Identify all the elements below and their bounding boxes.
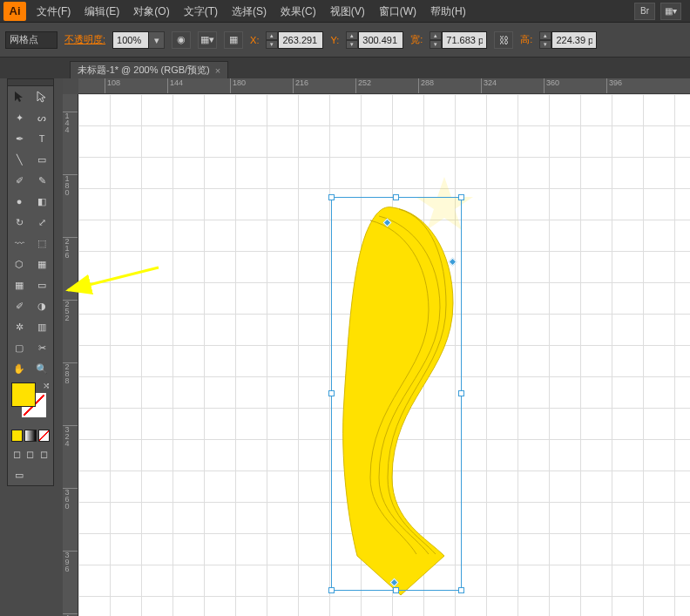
- menu-edit[interactable]: 编辑(E): [78, 0, 126, 23]
- eyedropper-tool[interactable]: ✐: [8, 295, 30, 316]
- pencil-tool[interactable]: ✎: [30, 170, 53, 191]
- canvas-area: 108 144 180 216 252 288 324 360 396 144 …: [63, 78, 690, 616]
- width-label: 宽:: [410, 33, 423, 46]
- h-up[interactable]: ▴: [539, 31, 551, 40]
- menu-select[interactable]: 选择(S): [225, 0, 274, 23]
- line-tool[interactable]: ╲: [8, 149, 30, 170]
- w-down[interactable]: ▾: [430, 40, 442, 49]
- fill-color-swatch[interactable]: [11, 382, 36, 407]
- pen-tool[interactable]: ✒: [8, 128, 30, 149]
- app-logo: Ai: [3, 2, 26, 21]
- zoom-tool[interactable]: 🔍: [30, 358, 53, 379]
- fill-stroke-swatch[interactable]: ⤭: [8, 379, 53, 428]
- brush-tool[interactable]: ✐: [8, 170, 30, 191]
- tool-name-display: [5, 31, 58, 49]
- ruler-tick: 396: [606, 78, 622, 93]
- horizontal-ruler[interactable]: 108 144 180 216 252 288 324 360 396: [78, 78, 690, 94]
- symbol-sprayer-tool[interactable]: ✲: [8, 316, 30, 337]
- direct-selection-tool[interactable]: [30, 86, 53, 107]
- x-up[interactable]: ▴: [266, 31, 278, 40]
- width-input[interactable]: [442, 31, 487, 49]
- mesh-tool[interactable]: ▦: [8, 274, 30, 295]
- menu-object[interactable]: 对象(O): [126, 0, 176, 23]
- color-mode-none[interactable]: [38, 430, 50, 442]
- y-up[interactable]: ▴: [346, 31, 358, 40]
- slice-tool[interactable]: ✂: [30, 337, 53, 358]
- width-tool[interactable]: 〰: [8, 233, 30, 254]
- eraser-tool[interactable]: ◧: [30, 191, 53, 212]
- scale-tool[interactable]: ⤢: [30, 212, 53, 233]
- blend-tool[interactable]: ◑: [30, 295, 53, 316]
- ruler-tick: 180: [63, 174, 78, 196]
- ruler-tick: 360: [544, 78, 559, 93]
- y-input[interactable]: [358, 31, 403, 49]
- draw-inside[interactable]: ◻: [38, 447, 50, 461]
- graph-tool[interactable]: ▥: [30, 316, 53, 337]
- ruler-tick: 216: [293, 78, 308, 93]
- artboard-tool[interactable]: ▢: [8, 337, 30, 358]
- arrange-button[interactable]: ▦▾: [660, 3, 681, 20]
- rotate-tool[interactable]: ↻: [8, 212, 30, 233]
- opacity-dropdown[interactable]: ▾: [149, 31, 165, 49]
- gradient-tool[interactable]: ▭: [30, 274, 53, 295]
- tool-name-field[interactable]: [5, 31, 58, 49]
- blob-brush-tool[interactable]: ●: [8, 191, 30, 212]
- ruler-tick: 288: [63, 362, 78, 384]
- ruler-tick: 180: [230, 78, 246, 93]
- ruler-tick: 252: [355, 78, 371, 93]
- color-mode-solid[interactable]: [11, 430, 23, 442]
- ruler-tick: 324: [63, 425, 78, 447]
- color-mode-gradient[interactable]: [24, 430, 36, 442]
- x-label: X:: [250, 35, 259, 45]
- close-icon[interactable]: ×: [215, 65, 220, 76]
- menu-effect[interactable]: 效果(C): [274, 0, 323, 23]
- selection-tool[interactable]: [8, 86, 30, 107]
- height-label: 高:: [520, 33, 532, 46]
- toolbox-grip[interactable]: [8, 79, 53, 86]
- draw-behind[interactable]: ◻: [24, 447, 36, 461]
- lasso-tool[interactable]: ᔕ: [30, 107, 53, 128]
- magic-wand-tool[interactable]: ✦: [8, 107, 30, 128]
- recolor-button[interactable]: ◉: [172, 31, 191, 49]
- canvas[interactable]: [78, 94, 690, 616]
- link-wh-button[interactable]: ⛓: [494, 31, 513, 49]
- screen-mode[interactable]: ▭: [8, 464, 30, 485]
- x-down[interactable]: ▾: [266, 40, 278, 49]
- toolbox: ✦ᔕ ✒T ╲▭ ✐✎ ●◧ ↻⤢ 〰⬚ ⬡▦ ▦▭ ✐◑ ✲▥ ▢✂ ✋🔍 ⤭…: [7, 78, 54, 486]
- rectangle-tool[interactable]: ▭: [30, 149, 53, 170]
- opacity-input[interactable]: [112, 31, 149, 49]
- artwork-banana[interactable]: [331, 199, 470, 599]
- tab-title: 未标题-1* @ 200% (RGB/预览): [78, 64, 210, 77]
- w-up[interactable]: ▴: [430, 31, 442, 40]
- ruler-tick: 288: [418, 78, 434, 93]
- free-transform-tool[interactable]: ⬚: [30, 233, 53, 254]
- menu-type[interactable]: 文字(T): [177, 0, 225, 23]
- menu-help[interactable]: 帮助(H): [423, 0, 473, 23]
- ruler-tick: 144: [63, 112, 78, 133]
- menu-window[interactable]: 窗口(W): [372, 0, 423, 23]
- vertical-ruler[interactable]: 144 180 216 252 288 324 360 396 432: [63, 94, 78, 616]
- h-down[interactable]: ▾: [539, 40, 551, 49]
- ruler-tick: 252: [63, 300, 78, 322]
- draw-normal[interactable]: ◻: [11, 447, 23, 461]
- menu-file[interactable]: 文件(F): [30, 0, 78, 23]
- height-input[interactable]: [551, 31, 597, 49]
- hand-tool[interactable]: ✋: [8, 358, 30, 379]
- y-label: Y:: [330, 35, 339, 45]
- perspective-grid-tool[interactable]: ▦: [30, 254, 53, 274]
- y-down[interactable]: ▾: [346, 40, 358, 49]
- type-tool[interactable]: T: [30, 128, 53, 149]
- x-input[interactable]: [278, 31, 323, 49]
- align-button[interactable]: ▦: [224, 31, 243, 49]
- ruler-tick: 324: [481, 78, 497, 93]
- ruler-tick: 216: [63, 237, 78, 259]
- document-tab[interactable]: 未标题-1* @ 200% (RGB/预览) ×: [70, 61, 228, 78]
- shape-builder-tool[interactable]: ⬡: [8, 254, 30, 274]
- transparency-button[interactable]: ▦▾: [198, 31, 217, 49]
- document-tabs: 未标题-1* @ 200% (RGB/预览) ×: [0, 58, 690, 78]
- swap-fill-stroke-icon[interactable]: ⤭: [43, 381, 50, 390]
- menu-bar: Ai 文件(F) 编辑(E) 对象(O) 文字(T) 选择(S) 效果(C) 视…: [0, 0, 690, 23]
- menu-view[interactable]: 视图(V): [323, 0, 372, 23]
- bridge-button[interactable]: Br: [634, 3, 655, 20]
- ruler-tick: 108: [105, 78, 120, 93]
